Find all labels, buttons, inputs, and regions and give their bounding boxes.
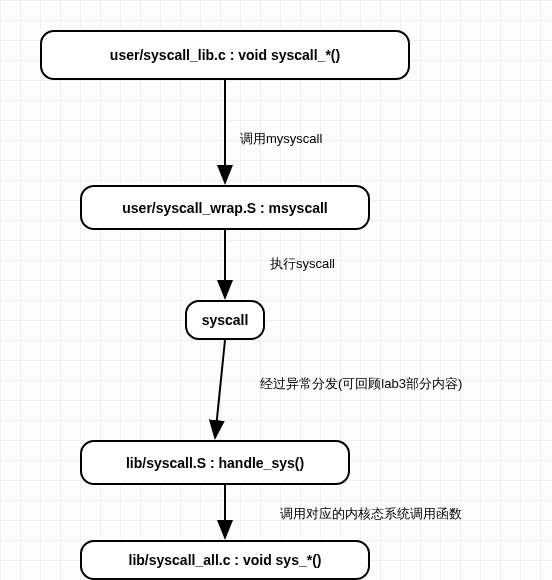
edge-label-exception-dispatch: 经过异常分发(可回顾lab3部分内容)	[260, 375, 462, 393]
node-handle-sys: lib/syscall.S : handle_sys()	[80, 440, 350, 485]
edge-label-exec-syscall: 执行syscall	[270, 255, 335, 273]
edge-label-call-kernel-func: 调用对应的内核态系统调用函数	[280, 505, 462, 523]
node-syscall: syscall	[185, 300, 265, 340]
arrow-n3-n4	[215, 340, 225, 438]
edge-label-call-mysyscall: 调用mysyscall	[240, 130, 322, 148]
arrow-layer	[0, 0, 552, 580]
node-sys-all: lib/syscall_all.c : void sys_*()	[80, 540, 370, 580]
node-syscall-lib: user/syscall_lib.c : void syscall_*()	[40, 30, 410, 80]
node-syscall-wrap: user/syscall_wrap.S : msyscall	[80, 185, 370, 230]
